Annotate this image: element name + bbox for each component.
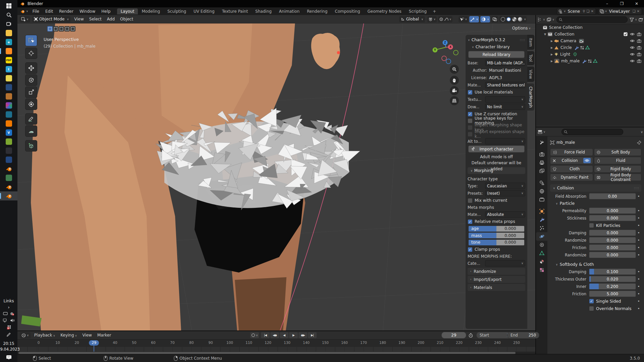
- new-collection-button[interactable]: [639, 17, 643, 22]
- checkbox-use-shape-keys-for-morphing-box[interactable]: [468, 118, 473, 123]
- checkbox-import-morphing-shape-keys-box[interactable]: [468, 125, 473, 130]
- taskbar-item-paint-app[interactable]: [0, 83, 17, 92]
- tray-sound-muted-icon[interactable]: [10, 312, 14, 316]
- checkbox-import-expression-shape-k-box[interactable]: [468, 132, 473, 137]
- pin-id-icon[interactable]: [637, 140, 641, 145]
- taskbar-item-search[interactable]: [0, 10, 17, 19]
- animate-dot-icon[interactable]: •: [636, 194, 641, 199]
- outliner-display-mode-dropdown[interactable]: ∨: [537, 17, 545, 22]
- workspace-tab-animation[interactable]: Animation: [275, 8, 303, 14]
- pan-button[interactable]: [450, 76, 459, 85]
- shading-rendered-button[interactable]: [518, 17, 522, 21]
- animate-dot-icon[interactable]: •: [636, 299, 641, 304]
- select-mode-variant-3[interactable]: [59, 26, 64, 32]
- checkbox-mix-with-current-box[interactable]: [468, 198, 473, 203]
- taskbar-item-color-wheel-app[interactable]: [0, 101, 17, 110]
- taskbar-item-vegas[interactable]: V: [0, 128, 17, 137]
- taskbar-item-notes-app[interactable]: [0, 74, 17, 83]
- field-field-absorption-collision0[interactable]: 0.00: [589, 193, 636, 199]
- physics-button-cloth[interactable]: Cloth: [550, 165, 593, 173]
- overlays-toggle[interactable]: ∨: [480, 16, 490, 22]
- taskbar-item-reaper[interactable]: [0, 173, 17, 182]
- transform-orientation-dropdown[interactable]: Global∨: [399, 16, 425, 22]
- tray-updates-badge-icon[interactable]: 6: [6, 325, 11, 330]
- checkbox-use-local-materials[interactable]: ✓Use local materials: [468, 89, 525, 96]
- outliner-row-scene-collection[interactable]: Scene Collection: [536, 24, 644, 31]
- add-workspace-button[interactable]: +: [430, 8, 438, 14]
- tray-pen-icon[interactable]: [6, 333, 11, 337]
- outliner-row-circle[interactable]: ▶ Circle: [536, 44, 644, 51]
- animate-dot-icon[interactable]: •: [636, 253, 641, 257]
- physics-button-rigid-body[interactable]: Rigid Body: [594, 165, 641, 173]
- taskbar-item-telegram[interactable]: t: [0, 65, 17, 74]
- checkbox-override-normals[interactable]: Override Normals: [589, 306, 636, 311]
- checkbox-clamp-props[interactable]: ✓Clamp props: [468, 246, 525, 253]
- panel-softbody-cloth-header[interactable]: ∨Softbody & Cloth: [553, 261, 641, 268]
- properties-editor-type-dropdown[interactable]: ∨: [538, 130, 545, 134]
- outliner-row-camera[interactable]: ▶ Camera: [536, 38, 644, 44]
- taskbar-item-photos[interactable]: [0, 110, 17, 119]
- outliner-filter-icon[interactable]: ∨: [547, 17, 554, 22]
- playhead-frame-label[interactable]: 29: [89, 340, 99, 346]
- workspace-tab-shading[interactable]: Shading: [252, 8, 275, 14]
- taskbar-item-vlc[interactable]: [0, 119, 17, 128]
- workspace-tab-rendering[interactable]: Rendering: [303, 8, 331, 14]
- properties-tab-object[interactable]: [536, 207, 547, 216]
- field-friction-softbody3[interactable]: 5.000: [589, 291, 636, 297]
- close-button[interactable]: ✕: [629, 0, 644, 7]
- field-thickness-outer-softbody1[interactable]: 0.020: [589, 276, 636, 282]
- properties-tab-physics[interactable]: [536, 232, 547, 241]
- checkbox-relative-meta-props-box[interactable]: ✓: [468, 219, 473, 224]
- properties-tab-tool[interactable]: [536, 138, 547, 147]
- transport-jump-end-button[interactable]: ▶|: [308, 332, 317, 338]
- hide-eye-icon[interactable]: [630, 46, 635, 50]
- mesh-data-icon[interactable]: [585, 46, 590, 50]
- properties-tab-scene[interactable]: [536, 179, 547, 187]
- properties-tab-data[interactable]: [536, 249, 547, 257]
- tool-move[interactable]: [25, 62, 37, 74]
- shading-solid-button[interactable]: [506, 17, 511, 21]
- hide-eye-icon[interactable]: [630, 59, 635, 63]
- zoom-button[interactable]: [450, 65, 459, 74]
- outliner-search-input[interactable]: [556, 16, 628, 23]
- modifiers-icon[interactable]: [588, 59, 592, 63]
- workspace-tab-compositing[interactable]: Compositing: [331, 8, 364, 14]
- timeline-menu-keying[interactable]: Keying∨: [58, 333, 79, 338]
- animate-dot-icon[interactable]: •: [636, 208, 641, 213]
- taskbar-links-expand-chevron[interactable]: ›: [8, 305, 9, 310]
- transport-jump-start-button[interactable]: |◀: [261, 332, 270, 338]
- animate-dot-icon[interactable]: •: [636, 292, 641, 296]
- checkbox-kill-particles[interactable]: Kill Particles: [589, 223, 636, 228]
- mate-dropdown[interactable]: Absolute∨: [485, 211, 525, 218]
- select-mode-variant-4[interactable]: [64, 26, 70, 32]
- modifiers-icon[interactable]: [580, 46, 584, 50]
- workspace-tab-modeling[interactable]: Modeling: [138, 8, 164, 14]
- field-randomize-particle4[interactable]: 0.000: [589, 237, 636, 243]
- checkbox-clamp-props-box[interactable]: ✓: [468, 247, 473, 252]
- physics-button-collision[interactable]: Collision: [550, 157, 593, 164]
- transport-next-keyframe-button[interactable]: ◆▶: [299, 332, 307, 338]
- notification-center-icon[interactable]: [6, 355, 12, 360]
- disable-render-camera-icon[interactable]: [637, 52, 641, 56]
- expand-arrow-icon[interactable]: ▶: [549, 40, 554, 43]
- checkbox-single-sided[interactable]: ✓Single Sided: [589, 299, 636, 304]
- animate-dot-icon[interactable]: •: [636, 245, 641, 250]
- animate-dot-icon[interactable]: •: [636, 284, 641, 289]
- properties-tab-particles[interactable]: [536, 224, 547, 232]
- field-stickiness-particle1[interactable]: 0.000: [589, 215, 636, 221]
- taskbar-clock[interactable]: 20:1509.04.2023: [0, 341, 20, 353]
- field-inner-softbody2[interactable]: 0.200: [589, 283, 636, 290]
- field-damping-particle3[interactable]: 0.000: [589, 230, 636, 236]
- scene-selector[interactable]: ∨Scene ⚲❏✕: [557, 8, 596, 15]
- taskbar-item-blender-3[interactable]: [0, 191, 17, 200]
- tool-rotate[interactable]: [25, 74, 37, 86]
- tool-annotate[interactable]: [25, 113, 37, 125]
- mesh-data-icon[interactable]: [593, 59, 597, 63]
- field-friction-particle5[interactable]: 0.000: [589, 244, 636, 251]
- expand-arrow-icon[interactable]: ▶: [549, 60, 554, 63]
- checkbox-relative-meta-props[interactable]: ✓Relative meta props: [468, 218, 525, 225]
- properties-tab-modifiers[interactable]: [536, 216, 547, 224]
- gizmos-toggle[interactable]: ∨: [469, 16, 479, 22]
- select-mode-variant-2[interactable]: [53, 26, 58, 32]
- panel-particle-header[interactable]: ∨Particle: [553, 200, 641, 207]
